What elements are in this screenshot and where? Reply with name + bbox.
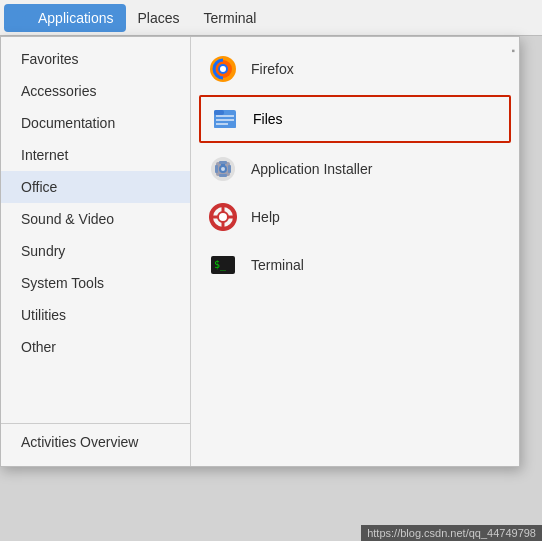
svg-point-31 [209,215,213,219]
svg-rect-12 [216,119,234,121]
top-menu-bar: Applications Places Terminal [0,0,542,36]
files-icon [209,103,241,135]
svg-point-7 [220,66,226,72]
firefox-label: Firefox [251,61,294,77]
svg-point-29 [221,203,225,207]
installer-icon [207,153,239,185]
menu-places[interactable]: Places [126,4,192,32]
category-accessories[interactable]: Accessories [1,75,190,107]
menu-applications[interactable]: Applications [4,4,126,32]
svg-text:$_: $_ [214,259,227,271]
terminal-label: Terminal [204,10,257,26]
svg-rect-10 [214,110,224,115]
applications-dropdown: Favorites Accessories Documentation Inte… [0,36,520,467]
applications-icon [16,10,32,26]
status-bar: https://blog.csdn.net/qq_44749798 [361,525,542,541]
svg-rect-21 [228,165,231,173]
svg-rect-13 [216,123,228,125]
category-documentation[interactable]: Documentation [1,107,190,139]
category-internet[interactable]: Internet [1,139,190,171]
firefox-icon [207,53,239,85]
category-favorites[interactable]: Favorites [1,43,190,75]
app-installer[interactable]: Application Installer [191,145,519,193]
files-label: Files [253,111,283,127]
svg-rect-0 [17,11,23,17]
svg-rect-1 [25,11,31,17]
svg-point-32 [233,215,237,219]
svg-rect-2 [17,19,23,25]
category-utilities[interactable]: Utilities [1,299,190,331]
category-system-tools[interactable]: System Tools [1,267,190,299]
places-label: Places [138,10,180,26]
svg-rect-22 [219,174,227,177]
svg-rect-20 [215,165,218,173]
svg-rect-19 [219,161,227,164]
activities-overview[interactable]: Activities Overview [1,423,190,460]
category-office[interactable]: Office [1,171,190,203]
terminal-app-label: Terminal [251,257,304,273]
app-help[interactable]: Help [191,193,519,241]
app-list: ▪ Firefox [191,37,519,466]
menu-terminal[interactable]: Terminal [192,4,269,32]
terminal-icon: $_ [207,249,239,281]
app-files[interactable]: Files [199,95,511,143]
category-sound-video[interactable]: Sound & Video [1,203,190,235]
svg-point-18 [221,167,225,171]
status-text: https://blog.csdn.net/qq_44749798 [367,527,536,539]
app-firefox[interactable]: Firefox [191,45,519,93]
category-sundry[interactable]: Sundry [1,235,190,267]
svg-point-30 [221,227,225,231]
category-other[interactable]: Other [1,331,190,363]
svg-rect-11 [216,115,234,117]
svg-rect-3 [25,19,31,25]
applications-label: Applications [38,10,114,26]
category-list: Favorites Accessories Documentation Inte… [1,37,191,466]
help-icon [207,201,239,233]
help-label: Help [251,209,280,225]
installer-label: Application Installer [251,161,372,177]
app-terminal[interactable]: $_ Terminal [191,241,519,289]
svg-point-24 [218,212,228,222]
